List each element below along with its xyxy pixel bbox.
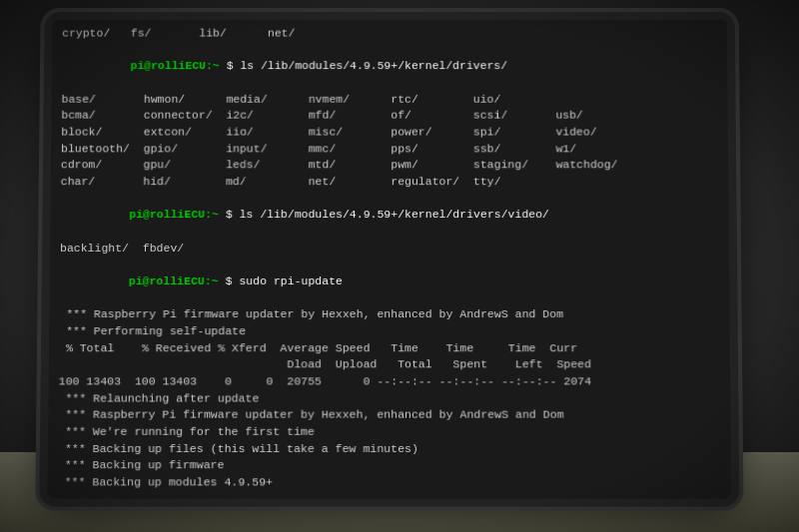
dir-row-1: base/ hwmon/ media/ nvmem/ rtc/ uio/ <box>61 92 717 109</box>
cmd3: $ sudo rpi-update <box>219 274 343 287</box>
cmd2: $ ls /lib/modules/4.9.59+/kernel/drivers… <box>219 208 549 221</box>
update-line-6: *** Relaunching after update <box>58 390 720 407</box>
prompt-line-1: pi@rolliECU:~ $ ls /lib/modules/4.9.59+/… <box>62 42 718 91</box>
prompt2: pi@rolliECU:~ <box>129 208 219 221</box>
dir-row-2: bcma/ connector/ i2c/ mfd/ of/ scsi/ usb… <box>61 108 718 125</box>
update-line-4: Dload Upload Total Spent Left Speed <box>59 357 720 374</box>
photo-frame: crypto/ fs/ lib/ net/ pi@rolliECU:~ $ ls… <box>0 0 799 532</box>
cursor-line <box>57 491 722 498</box>
monitor-screen: crypto/ fs/ lib/ net/ pi@rolliECU:~ $ ls… <box>47 20 731 499</box>
monitor-wrapper: crypto/ fs/ lib/ net/ pi@rolliECU:~ $ ls… <box>48 20 772 489</box>
update-line-3: % Total % Received % Xferd Average Speed… <box>59 340 720 357</box>
dir-row-6: char/ hid/ md/ net/ regulator/ tty/ <box>61 174 719 191</box>
update-line-9: *** Backing up files (this will take a f… <box>58 441 721 458</box>
update-line-5: 100 13403 100 13403 0 0 20755 0 --:--:--… <box>59 373 721 390</box>
cmd1: $ ls /lib/modules/4.9.59+/kernel/drivers… <box>220 60 507 73</box>
update-line-11: *** Backing up modules 4.9.59+ <box>58 474 722 491</box>
update-line-1: *** Raspberry Pi firmware updater by Hex… <box>59 306 719 323</box>
top-partial-line: crypto/ fs/ lib/ net/ <box>62 26 717 42</box>
prompt-line-3: pi@rolliECU:~ $ sudo rpi-update <box>59 257 719 306</box>
prompt3: pi@rolliECU:~ <box>129 274 219 287</box>
dir-row-4: bluetooth/ gpio/ input/ mmc/ pps/ ssb/ w… <box>61 141 718 158</box>
update-line-8: *** We're running for the first time <box>58 424 721 441</box>
update-line-7: *** Raspberry Pi firmware updater by Hex… <box>58 407 720 424</box>
dir-row-5: cdrom/ gpu/ leds/ mtd/ pwm/ staging/ wat… <box>61 158 718 175</box>
video-dirs-line: backlight/ fbdev/ <box>60 241 719 258</box>
update-line-2: *** Performing self-update <box>59 323 720 340</box>
prompt1: pi@rolliECU:~ <box>130 60 219 73</box>
dir-row-3: block/ extcon/ iio/ misc/ power/ spi/ vi… <box>61 125 718 142</box>
prompt-line-2: pi@rolliECU:~ $ ls /lib/modules/4.9.59+/… <box>60 191 719 241</box>
terminal-display: crypto/ fs/ lib/ net/ pi@rolliECU:~ $ ls… <box>47 20 731 499</box>
update-line-10: *** Backing up firmware <box>58 458 721 475</box>
